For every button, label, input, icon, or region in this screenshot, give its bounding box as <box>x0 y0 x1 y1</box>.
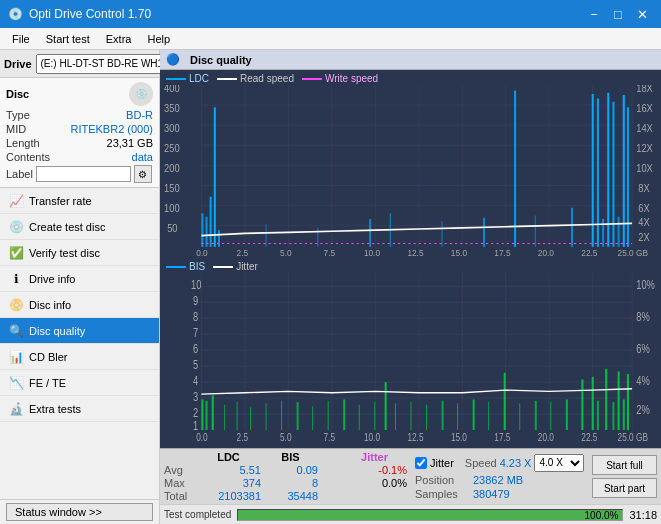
jitter-checkbox[interactable] <box>415 457 427 469</box>
write-speed-legend-label: Write speed <box>325 73 378 84</box>
svg-rect-118 <box>212 395 214 430</box>
svg-rect-126 <box>328 401 329 430</box>
svg-rect-143 <box>581 379 583 430</box>
bis-legend-label: BIS <box>189 261 205 272</box>
svg-text:10%: 10% <box>636 278 655 291</box>
menu-help[interactable]: Help <box>139 31 178 47</box>
start-buttons: Start full Start part <box>592 455 657 498</box>
speed-stat-select[interactable]: 4.0 X <box>534 454 584 472</box>
svg-text:12.5: 12.5 <box>407 431 423 443</box>
svg-rect-49 <box>210 197 212 247</box>
svg-rect-140 <box>535 401 537 430</box>
contents-label: Contents <box>6 151 50 163</box>
start-full-button[interactable]: Start full <box>592 455 657 475</box>
nav-disc-quality[interactable]: 🔍 Disc quality <box>0 318 159 344</box>
svg-rect-54 <box>369 219 371 247</box>
nav-cd-bler[interactable]: 📊 CD Bler <box>0 344 159 370</box>
start-part-button[interactable]: Start part <box>592 478 657 498</box>
svg-rect-52 <box>266 225 267 247</box>
svg-text:10: 10 <box>191 278 201 291</box>
svg-text:2.5: 2.5 <box>237 247 249 257</box>
stats-empty2 <box>320 451 340 463</box>
svg-text:300: 300 <box>164 123 180 134</box>
total-label: Total <box>164 490 194 502</box>
nav-verify-disc-label: Verify test disc <box>29 247 100 259</box>
svg-rect-59 <box>535 216 536 247</box>
right-stats: Jitter Speed 4.23 X 4.0 X Position 23862… <box>415 454 584 500</box>
svg-text:50: 50 <box>167 223 177 234</box>
transfer-rate-icon: 📈 <box>8 194 24 208</box>
nav-fe-te-label: FE / TE <box>29 377 66 389</box>
contents-row: Contents data <box>6 151 153 163</box>
svg-text:400: 400 <box>164 85 180 94</box>
nav-fe-te[interactable]: 📉 FE / TE <box>0 370 159 396</box>
nav-extra-tests[interactable]: 🔬 Extra tests <box>0 396 159 422</box>
svg-text:6X: 6X <box>638 203 650 214</box>
cd-bler-icon: 📊 <box>8 350 24 364</box>
main-area: Drive (E:) HL-DT-ST BD-RE WH16NS58 TST4 … <box>0 50 661 524</box>
stats-table: LDC BIS Jitter Avg 5.51 0.09 -0.1% Max 3… <box>164 451 407 502</box>
svg-text:18X: 18X <box>636 85 653 94</box>
svg-rect-116 <box>201 399 203 430</box>
menu-start-test[interactable]: Start test <box>38 31 98 47</box>
maximize-button[interactable]: □ <box>607 5 629 23</box>
svg-rect-60 <box>571 208 573 247</box>
svg-rect-125 <box>312 406 313 430</box>
nav-disc-info[interactable]: 📀 Disc info <box>0 292 159 318</box>
progress-track: 100.0% <box>237 509 623 521</box>
left-panel: Drive (E:) HL-DT-ST BD-RE WH16NS58 TST4 … <box>0 50 160 524</box>
svg-rect-141 <box>550 402 551 430</box>
svg-rect-131 <box>395 403 396 430</box>
max-ldc: 374 <box>196 477 261 489</box>
svg-rect-139 <box>519 403 520 430</box>
label-input[interactable] <box>36 166 131 182</box>
svg-rect-123 <box>281 401 282 430</box>
nav-drive-info[interactable]: ℹ Drive info <box>0 266 159 292</box>
svg-rect-135 <box>457 403 458 430</box>
nav-transfer-rate[interactable]: 📈 Transfer rate <box>0 188 159 214</box>
status-window-button[interactable]: Status window >> <box>6 503 153 521</box>
stats-header: LDC BIS Jitter <box>164 451 407 463</box>
svg-rect-136 <box>473 399 475 430</box>
label-button[interactable]: ⚙ <box>134 165 152 183</box>
svg-text:2%: 2% <box>636 403 650 416</box>
menu-extra[interactable]: Extra <box>98 31 140 47</box>
svg-text:16X: 16X <box>636 102 653 113</box>
nav-transfer-rate-label: Transfer rate <box>29 195 92 207</box>
svg-text:22.5: 22.5 <box>581 431 597 443</box>
type-row: Type BD-R <box>6 109 153 121</box>
disc-quality-icon: 🔍 <box>8 324 24 338</box>
titlebar-controls: − □ ✕ <box>583 5 653 23</box>
menu-file[interactable]: File <box>4 31 38 47</box>
svg-text:8X: 8X <box>638 183 650 194</box>
svg-text:17.5: 17.5 <box>494 431 510 443</box>
read-speed-legend-label: Read speed <box>240 73 294 84</box>
svg-text:20.0: 20.0 <box>538 247 554 257</box>
svg-rect-50 <box>214 107 216 247</box>
svg-text:8%: 8% <box>636 310 650 323</box>
nav-drive-info-label: Drive info <box>29 273 75 285</box>
length-label: Length <box>6 137 40 149</box>
svg-text:200: 200 <box>164 163 180 174</box>
svg-text:12X: 12X <box>636 143 653 154</box>
svg-rect-137 <box>488 402 489 430</box>
svg-text:7: 7 <box>193 326 198 339</box>
mid-value: RITEKBR2 (000) <box>70 123 153 135</box>
nav-items: 📈 Transfer rate 💿 Create test disc ✅ Ver… <box>0 188 159 499</box>
nav-create-disc-label: Create test disc <box>29 221 105 233</box>
nav-create-test-disc[interactable]: 💿 Create test disc <box>0 214 159 240</box>
minimize-button[interactable]: − <box>583 5 605 23</box>
close-button[interactable]: ✕ <box>631 5 653 23</box>
svg-text:15.0: 15.0 <box>451 247 467 257</box>
svg-rect-0 <box>162 85 659 258</box>
position-value: 23862 MB <box>473 474 523 486</box>
app-title: Opti Drive Control 1.70 <box>29 7 151 21</box>
svg-text:4: 4 <box>193 374 198 387</box>
svg-text:2: 2 <box>193 406 198 419</box>
disc-panel: Disc 💿 Type BD-R MID RITEKBR2 (000) Leng… <box>0 78 159 188</box>
menubar: File Start test Extra Help <box>0 28 661 50</box>
svg-rect-65 <box>612 102 614 247</box>
right-panel: 🔵 Disc quality LDC Read speed <box>160 50 661 524</box>
nav-verify-test-disc[interactable]: ✅ Verify test disc <box>0 240 159 266</box>
bis-legend: BIS <box>166 261 205 272</box>
